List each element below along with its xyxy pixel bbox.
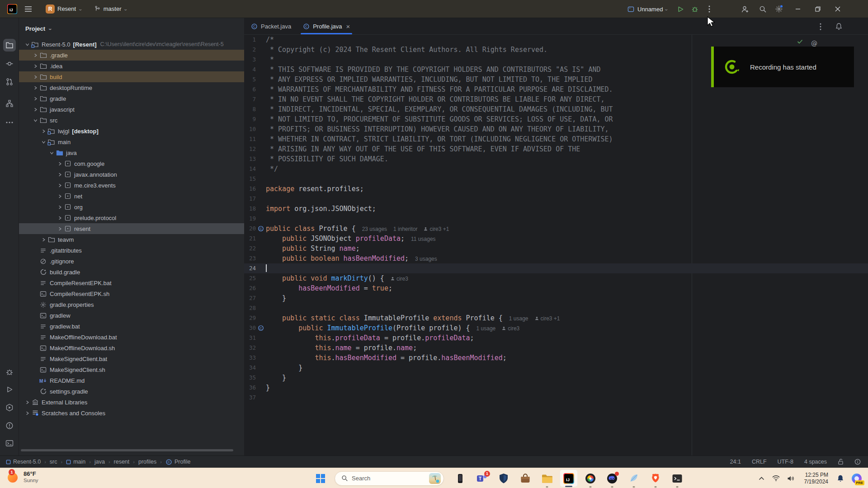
chevron-right-icon[interactable] (56, 203, 64, 211)
code-line-27[interactable]: 27 } (244, 293, 868, 303)
code-line-18[interactable]: 18import org.json.JSONObject; (244, 204, 868, 214)
taskbar-search[interactable]: Search (335, 471, 444, 486)
tree-item-teavm[interactable]: teavm (19, 234, 244, 245)
chevron-right-icon[interactable] (24, 399, 31, 406)
tree-item-idea[interactable]: .idea (19, 61, 244, 71)
close-tab-icon[interactable]: × (346, 23, 350, 30)
run-icon[interactable] (3, 383, 16, 396)
volume-icon[interactable] (787, 475, 794, 482)
usages-hint[interactable]: 1 inheritor (393, 224, 417, 234)
taskbar-app-intellij-idea[interactable]: IJ (558, 468, 580, 488)
indent-widget[interactable]: 4 spaces (804, 459, 827, 465)
code-line-14[interactable]: 14 */ (244, 164, 868, 174)
chevron-down-icon[interactable] (32, 117, 39, 124)
code-line-36[interactable]: 36} (244, 383, 868, 393)
tree-item-readme-md[interactable]: MREADME.md (19, 375, 244, 386)
settings-button[interactable] (771, 0, 787, 18)
project-folder-icon[interactable] (3, 39, 16, 52)
code-line-28[interactable]: 28 (244, 303, 868, 313)
chevron-right-icon[interactable] (32, 73, 39, 80)
code-line-35[interactable]: 35 } (244, 373, 868, 383)
chevron-right-icon[interactable] (32, 95, 39, 102)
chevron-right-icon[interactable] (32, 62, 39, 70)
notification-bell-icon[interactable] (836, 474, 844, 483)
caret-position-widget[interactable]: 24:1 (730, 459, 741, 465)
chevron-right-icon[interactable] (32, 84, 39, 91)
tree-item-compileresentepk-bat[interactable]: CompileResentEPK.bat (19, 277, 244, 288)
code-line-19[interactable]: 19 (244, 214, 868, 224)
tree-item-compileresentepk-sh[interactable]: CompileResentEPK.sh (19, 288, 244, 299)
taskbar-app-bag-app[interactable] (514, 468, 536, 488)
tray-overflow-chevron[interactable] (759, 477, 764, 480)
taskbar-app-terminal-app[interactable] (666, 468, 688, 488)
breadcrumb-resent-5-0[interactable]: Resent-5.0 (6, 459, 41, 465)
author-hint[interactable]: cire3 (391, 274, 408, 284)
tree-item-main[interactable]: main (19, 136, 244, 147)
tree-item-build-gradle[interactable]: build.gradle (19, 267, 244, 277)
tree-item-makeofflinedownload-bat[interactable]: MakeOfflineDownload.bat (19, 332, 244, 343)
tree-item-resent-5-0[interactable]: Resent-5.0[Resent]C:\Users\ilent\cire\de… (19, 39, 244, 50)
tree-item-javax-annotation[interactable]: javax.annotation (19, 169, 244, 180)
tree-item-gradle[interactable]: .gradle (19, 50, 244, 61)
run-config-widget[interactable]: Unnamed ⌄ (623, 0, 673, 18)
taskbar-app-discord[interactable] (601, 468, 623, 488)
minimize-button[interactable] (789, 0, 807, 18)
breadcrumb-profile[interactable]: CProfile (165, 459, 190, 465)
weather-widget[interactable]: 1 86°F Sunny (6, 470, 38, 483)
code-line-9[interactable]: 9 * NOT LIMITED TO, PROCUREMENT OF SUBST… (244, 114, 868, 124)
tree-item-gradlew[interactable]: gradlew (19, 310, 244, 321)
code-editor[interactable]: 1/*2 * Copyright (c) 2024 The Resent Cli… (244, 35, 868, 455)
project-panel-header[interactable]: Project ⌄ (19, 18, 244, 39)
tree-item-prelude-protocol[interactable]: prelude.protocol (19, 212, 244, 223)
code-line-12[interactable]: 12 * ARISING IN ANY WAY OUT OF THE USE O… (244, 144, 868, 154)
code-line-37[interactable]: 37 (244, 393, 868, 403)
run-button[interactable] (673, 0, 688, 18)
tree-item-gitignore[interactable]: .gitignore (19, 256, 244, 267)
chevron-right-icon[interactable] (56, 160, 64, 167)
tree-item-net[interactable]: net (19, 191, 244, 202)
tree-item-gitattributes[interactable]: .gitattributes (19, 245, 244, 256)
wifi-icon[interactable] (772, 475, 780, 481)
notifications-bell-button[interactable] (833, 18, 844, 35)
tab-packet-java[interactable]: CPacket.java (245, 18, 297, 34)
info-icon[interactable] (854, 459, 861, 465)
problems-icon[interactable] (3, 419, 16, 432)
code-line-32[interactable]: 32 this.name = profile.name; (244, 343, 868, 353)
code-line-33[interactable]: 33 this.hasBeenModified = profile.hasBee… (244, 353, 868, 363)
breadcrumb-java[interactable]: java (94, 459, 105, 465)
breadcrumb-profiles[interactable]: profiles (138, 459, 156, 465)
code-line-34[interactable]: 34 } (244, 363, 868, 373)
tree-item-makeofflinedownload-sh[interactable]: MakeOfflineDownload.sh (19, 343, 244, 353)
lock-icon[interactable] (838, 459, 844, 465)
tab-profile-java[interactable]: CProfile.java× (297, 18, 356, 34)
inspections-ok-icon[interactable] (797, 38, 803, 45)
restore-button[interactable] (809, 0, 827, 18)
tree-item-gradle[interactable]: gradle (19, 93, 244, 104)
taskbar-app-security-shield[interactable] (493, 468, 514, 488)
main-menu-button[interactable] (21, 3, 36, 15)
author-hint[interactable]: cire3 +1 (424, 224, 449, 234)
chevron-down-icon[interactable] (48, 149, 56, 156)
commit-icon[interactable] (3, 57, 16, 70)
chevron-right-icon[interactable] (40, 127, 47, 135)
tree-item-external-libraries[interactable]: External Libraries (19, 397, 244, 408)
tree-item-desktopruntime[interactable]: desktopRuntime (19, 82, 244, 93)
code-line-31[interactable]: 31 this.profileData = profile.profileDat… (244, 333, 868, 343)
breadcrumb-main[interactable]: main (66, 459, 85, 465)
terminal-icon[interactable] (3, 437, 16, 450)
tree-item-makesignedclient-bat[interactable]: MakeSignedClient.bat (19, 353, 244, 364)
taskbar-app-teams[interactable]: T1 (471, 468, 493, 488)
tree-item-makesignedclient-sh[interactable]: MakeSignedClient.sh (19, 364, 244, 375)
structure-icon[interactable] (3, 97, 16, 110)
gutter-class-icon[interactable]: C (256, 323, 266, 333)
pull-requests-icon[interactable] (3, 75, 16, 88)
chevron-right-icon[interactable] (40, 236, 47, 243)
project-widget[interactable]: R Resent ⌄ (42, 3, 86, 15)
ai-assistant-icon[interactable]: @ (811, 40, 817, 47)
tree-item-scratches-and-consoles[interactable]: Scratches and Consoles (19, 408, 244, 418)
tree-item-gradlew-bat[interactable]: gradlew.bat (19, 321, 244, 332)
start-button[interactable] (316, 474, 326, 483)
author-hint[interactable]: cire3 +1 (535, 314, 560, 324)
code-line-1[interactable]: 1/* (244, 35, 868, 45)
search-everywhere-button[interactable] (755, 0, 771, 18)
